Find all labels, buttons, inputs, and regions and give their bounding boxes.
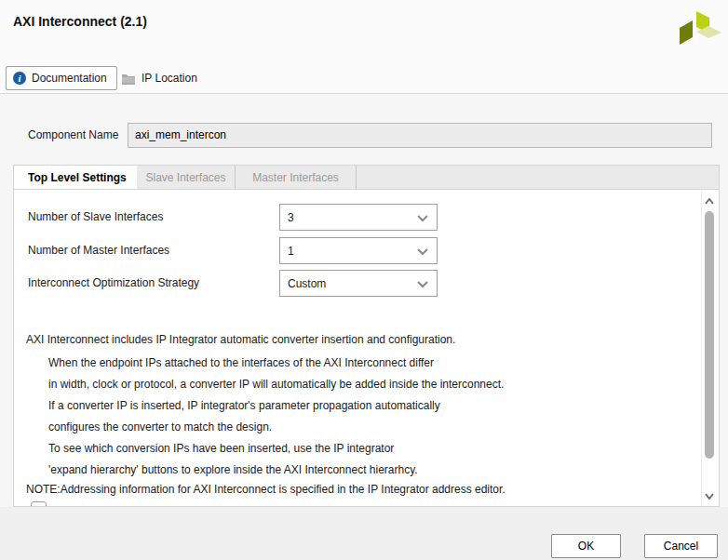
chevron-down-icon xyxy=(417,215,428,222)
description-details: When the endpoint IPs attached to the in… xyxy=(26,353,504,481)
ip-customization-dialog: AXI Interconnect (2.1) i Documentation I… xyxy=(0,0,728,560)
ok-button[interactable]: OK xyxy=(551,534,621,558)
documentation-button[interactable]: i Documentation xyxy=(6,66,117,90)
folder-icon xyxy=(121,73,136,85)
optimization-strategy-label: Interconnect Optimization Strategy xyxy=(28,270,199,297)
description-line: configures the converter to match the de… xyxy=(48,417,504,438)
top-level-settings-content: Number of Slave Interfaces 3 Number of M… xyxy=(13,189,720,507)
component-name-label: Component Name xyxy=(28,123,118,148)
page-title: AXI Interconnect (2.1) xyxy=(13,14,147,29)
description-line: If a converter IP is inserted, IP integr… xyxy=(48,395,504,417)
description-line: 'expand hierarchy' buttons to explore in… xyxy=(48,460,504,481)
scrollbar-thumb[interactable] xyxy=(705,211,714,459)
dialog-header: AXI Interconnect (2.1) i Documentation I… xyxy=(0,0,728,94)
dialog-footer: OK Cancel xyxy=(0,507,728,560)
addressing-note: NOTE:Addressing information for AXI Inte… xyxy=(26,483,506,496)
chevron-down-icon xyxy=(417,248,428,256)
setting-row-optimization-strategy: Interconnect Optimization Strategy Custo… xyxy=(28,270,586,297)
cancel-button[interactable]: Cancel xyxy=(644,534,718,558)
num-slave-interfaces-label: Number of Slave Interfaces xyxy=(28,204,163,231)
description-intro: AXI Interconnect includes IP Integrator … xyxy=(26,329,504,351)
tab-bar: Top Level Settings Slave Interfaces Mast… xyxy=(13,165,720,189)
setting-row-master-interfaces: Number of Master Interfaces 1 xyxy=(28,237,586,264)
ip-location-button[interactable]: IP Location xyxy=(113,66,206,90)
tab-master-interfaces[interactable]: Master Interfaces xyxy=(236,166,357,189)
num-slave-interfaces-value: 3 xyxy=(288,211,294,224)
scroll-up-icon[interactable] xyxy=(705,198,714,205)
settings-tab-panel: Top Level Settings Slave Interfaces Mast… xyxy=(13,165,720,507)
optimization-strategy-select[interactable]: Custom xyxy=(279,270,438,297)
description-line: To see which conversion IPs have been in… xyxy=(48,438,504,460)
scroll-down-icon[interactable] xyxy=(705,493,714,500)
xilinx-logo xyxy=(676,9,722,58)
num-master-interfaces-value: 1 xyxy=(288,245,294,258)
vertical-scrollbar[interactable] xyxy=(701,191,716,505)
setting-row-slave-interfaces: Number of Slave Interfaces 3 xyxy=(28,204,586,231)
num-master-interfaces-select[interactable]: 1 xyxy=(279,237,438,264)
component-name-input[interactable]: axi_mem_intercon xyxy=(128,123,712,148)
ip-location-button-label: IP Location xyxy=(142,72,197,85)
tab-top-level-settings[interactable]: Top Level Settings xyxy=(14,166,137,189)
chevron-down-icon xyxy=(417,281,428,288)
description-line: When the endpoint IPs attached to the in… xyxy=(48,353,504,374)
description-line: in width, clock or protocol, a converter… xyxy=(48,374,504,395)
num-slave-interfaces-select[interactable]: 3 xyxy=(279,204,438,231)
tab-slave-interfaces[interactable]: Slave Interfaces xyxy=(137,166,236,189)
documentation-button-label: Documentation xyxy=(32,72,107,85)
num-master-interfaces-label: Number of Master Interfaces xyxy=(28,237,169,264)
info-icon: i xyxy=(13,72,26,85)
description-text: AXI Interconnect includes IP Integrator … xyxy=(26,329,504,481)
optimization-strategy-value: Custom xyxy=(288,277,326,290)
